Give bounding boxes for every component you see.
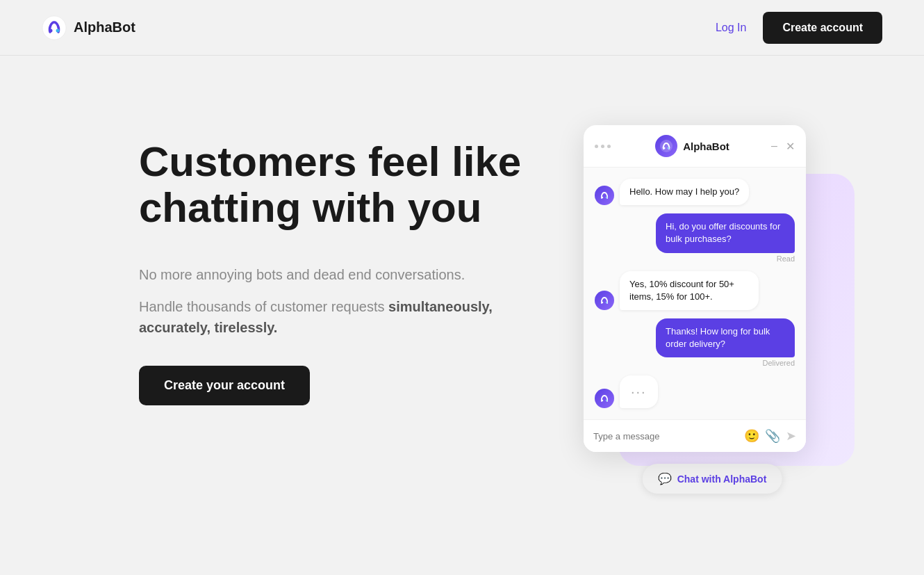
svg-point-2 xyxy=(56,29,60,32)
svg-point-10 xyxy=(602,400,603,401)
svg-point-9 xyxy=(606,302,607,303)
message-row-3: Yes, 10% discount for 50+ items, 15% for… xyxy=(595,271,795,310)
svg-point-6 xyxy=(602,197,603,198)
bot-message-2: Yes, 10% discount for 50+ items, 15% for… xyxy=(620,271,759,310)
hero-cta-button[interactable]: Create your account xyxy=(139,366,310,405)
message-row-1: Hello. How may I help you? xyxy=(595,179,795,205)
svg-point-0 xyxy=(42,16,66,40)
nav-right: Log In Create account xyxy=(716,12,882,44)
svg-point-11 xyxy=(606,400,607,401)
user-message-2: Thanks! How long for bulk order delivery… xyxy=(656,318,795,357)
sub-text-2: Handle thousands of customer requests si… xyxy=(139,296,528,338)
chat-with-label: Chat with AlphaBot xyxy=(677,473,767,485)
attachment-icon[interactable]: 📎 xyxy=(765,428,780,444)
svg-point-3 xyxy=(660,140,673,152)
msg-wrapper-3: Yes, 10% discount for 50+ items, 15% for… xyxy=(620,271,759,310)
svg-point-8 xyxy=(602,302,603,303)
create-account-button[interactable]: Create account xyxy=(763,12,882,44)
send-icon[interactable]: ➤ xyxy=(786,428,796,444)
logo-text: AlphaBot xyxy=(74,19,135,35)
close-icon[interactable]: ✕ xyxy=(786,140,795,153)
bot-avatar-1 xyxy=(595,186,614,205)
chat-widget-icon: 💬 xyxy=(658,472,672,485)
emoji-icon[interactable]: 🙂 xyxy=(744,428,759,444)
login-link[interactable]: Log In xyxy=(716,22,746,34)
bot-avatar-3 xyxy=(595,389,614,408)
msg-meta-2: Delivered xyxy=(763,359,795,367)
minimize-icon[interactable]: – xyxy=(771,140,777,153)
svg-point-5 xyxy=(668,147,670,149)
user-message-1: Hi, do you offer discounts for bulk purc… xyxy=(656,213,795,252)
chat-window: AlphaBot – ✕ xyxy=(584,125,806,452)
svg-point-1 xyxy=(49,29,53,32)
left-content: Customers feel like chatting with you No… xyxy=(139,111,528,405)
dot-3 xyxy=(607,145,611,148)
sub-text-2-normal: Handle thousands of customer requests xyxy=(139,299,388,314)
bot-avatar-2 xyxy=(595,291,614,310)
chat-messages: Hello. How may I help you? Hi, do you of… xyxy=(584,168,806,419)
dot-2 xyxy=(601,145,604,148)
chat-with-alphabot-button[interactable]: 💬 Chat with AlphaBot xyxy=(643,464,782,494)
typing-indicator: ··· xyxy=(620,375,658,408)
sub-text-1: No more annoying bots and dead end conve… xyxy=(139,264,528,285)
chat-bot-name: AlphaBot xyxy=(683,140,729,152)
msg-wrapper-2: Hi, do you offer discounts for bulk purc… xyxy=(656,213,795,262)
dot-1 xyxy=(595,145,598,148)
svg-point-4 xyxy=(663,147,666,149)
msg-wrapper-1: Hello. How may I help you? xyxy=(620,179,749,205)
msg-meta-1: Read xyxy=(777,254,795,263)
hero-title: Customers feel like chatting with you xyxy=(139,139,528,231)
logo-area: AlphaBot xyxy=(42,15,135,40)
chat-input-area: 🙂 📎 ➤ xyxy=(584,419,806,452)
message-row-2: Hi, do you offer discounts for bulk purc… xyxy=(595,213,795,262)
chat-header: AlphaBot – ✕ xyxy=(584,125,806,168)
msg-wrapper-4: Thanks! How long for bulk order delivery… xyxy=(656,318,795,367)
chat-message-input[interactable] xyxy=(593,431,739,442)
message-row-4: Thanks! How long for bulk order delivery… xyxy=(595,318,795,367)
right-content: AlphaBot – ✕ xyxy=(584,111,841,452)
svg-point-7 xyxy=(606,197,607,198)
chat-header-dots xyxy=(595,145,611,148)
chat-header-actions: – ✕ xyxy=(771,140,795,153)
message-row-5: ··· xyxy=(595,375,795,408)
chat-bot-avatar xyxy=(655,135,677,157)
bot-message-1: Hello. How may I help you? xyxy=(620,179,749,205)
chat-input-icons: 🙂 📎 xyxy=(744,428,780,444)
alphabot-logo-icon xyxy=(42,15,67,40)
